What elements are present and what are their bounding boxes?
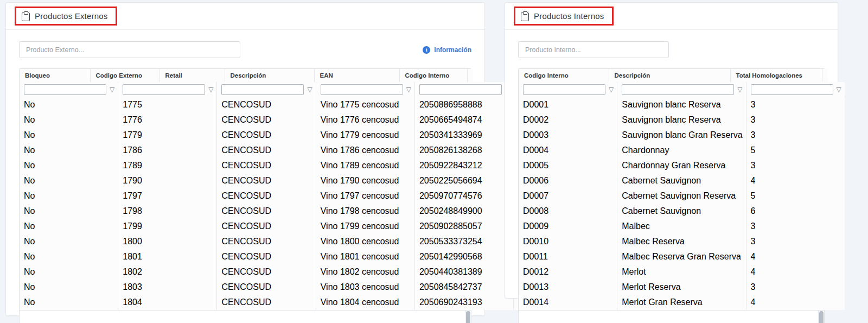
filter-funnel-icon[interactable]	[110, 86, 114, 93]
info-circle-icon	[423, 46, 430, 54]
table-cell: Vino 1798 cencosud	[316, 204, 414, 219]
table-row[interactable]: D0012Merlot4	[519, 264, 845, 280]
table-cell: No	[20, 295, 118, 310]
column-filter-input[interactable]	[321, 84, 403, 95]
table-row[interactable]: D0013Merlot Reserva3	[519, 280, 845, 295]
table-cell: 3	[746, 219, 845, 234]
table-row[interactable]: D0005Chardonnay Gran Reserva3	[519, 158, 845, 173]
column-header[interactable]: EAN	[314, 69, 399, 82]
table-row[interactable]: D0008Cabernet Sauvignon6	[519, 204, 845, 219]
table-cell: D0003	[519, 128, 617, 143]
column-header[interactable]: Bloqueo	[20, 69, 90, 82]
table-cell: 3	[746, 158, 845, 173]
table-cell: 2050665494874	[414, 112, 513, 128]
table-cell: 3	[746, 112, 845, 128]
table-cell: 6	[746, 204, 845, 219]
table-cell: 1789	[118, 158, 217, 173]
table-row[interactable]: D0011Malbec Reserva Gran Reserva4	[519, 249, 845, 264]
filter-funnel-icon[interactable]	[208, 86, 213, 93]
vertical-scrollbar[interactable]	[818, 311, 824, 323]
column-filter-input[interactable]	[523, 84, 605, 95]
column-filter-input[interactable]	[751, 84, 833, 95]
table-body-scroll-area[interactable]	[519, 310, 824, 323]
table-cell: 1797	[118, 188, 217, 204]
table-row[interactable]: D0002Sauvignon blanc Reserva3	[519, 112, 845, 128]
informacion-label: Información	[434, 46, 471, 54]
table-row[interactable]: D0004Chardonnay5	[519, 143, 845, 158]
scrollbar-thumb[interactable]	[819, 311, 824, 323]
column-header[interactable]: Codigo Externo	[90, 69, 159, 82]
column-filter-input[interactable]	[622, 84, 734, 95]
table-cell: No	[20, 234, 118, 249]
producto-externo-search-input[interactable]	[19, 41, 240, 58]
table-cell: CENCOSUD	[217, 219, 316, 234]
table-row[interactable]: D0014Merlot Gran Reserva4	[519, 295, 845, 310]
column-header[interactable]: Descripción	[225, 69, 314, 82]
filter-funnel-icon[interactable]	[837, 86, 841, 93]
table-cell: Vino 1789 cencosud	[316, 158, 414, 173]
table-row[interactable]: D0003Sauvignon blanc Gran Reserva3	[519, 128, 845, 143]
table-cell: 5	[746, 143, 845, 158]
column-filter-input[interactable]	[123, 84, 205, 95]
table-cell: Vino 1786 cencosud	[316, 143, 414, 158]
producto-interno-search-input[interactable]	[518, 41, 669, 58]
table-cell: 3	[746, 234, 845, 249]
table-header: BloqueoCodigo ExternoRetailDescripciónEA…	[20, 69, 473, 82]
table-cell: Merlot	[617, 264, 746, 280]
table-cell: No	[20, 188, 118, 204]
filter-funnel-icon[interactable]	[307, 86, 312, 93]
table-cell: D0002	[519, 112, 617, 128]
table-body-scroll-area[interactable]	[20, 310, 471, 323]
table-cell: 2050341333969	[414, 128, 513, 143]
table-cell: 1802	[118, 264, 217, 280]
column-header[interactable]: Codigo Interno	[399, 69, 467, 82]
table-cell: Malbec Reserva	[617, 234, 746, 249]
table-cell: No	[20, 112, 118, 128]
column-filter-input[interactable]	[419, 84, 502, 95]
filter-funnel-icon[interactable]	[609, 86, 614, 93]
table-cell: Vino 1790 cencosud	[316, 173, 414, 188]
table-row[interactable]: D0009Malbec3	[519, 219, 845, 234]
table-cell: D0004	[519, 143, 617, 158]
table-row[interactable]: D0007Cabernet Sauvignon Reserva5	[519, 188, 845, 204]
table-cell: 1776	[118, 112, 217, 128]
column-header[interactable]: Retail	[159, 69, 225, 82]
table-cell: Cabernet Sauvignon	[617, 204, 746, 219]
table-row[interactable]: D0001Sauvignon blanc Reserva3	[519, 97, 845, 112]
filter-cell	[118, 82, 217, 97]
table-cell: CENCOSUD	[217, 188, 316, 204]
table-cell: 1798	[118, 204, 217, 219]
column-header[interactable]: Descripción	[609, 69, 730, 82]
table-cell: 4	[746, 173, 845, 188]
table-cell: Malbec Reserva Gran Reserva	[617, 249, 746, 264]
table-cell: 1775	[118, 97, 217, 112]
scrollbar-thumb[interactable]	[466, 311, 470, 323]
table-cell: CENCOSUD	[217, 158, 316, 173]
vertical-scrollbar[interactable]	[465, 311, 471, 323]
column-header[interactable]: Total Homologaciones	[730, 69, 822, 82]
table-row[interactable]: D0010Malbec Reserva3	[519, 234, 845, 249]
table-cell: D0012	[519, 264, 617, 280]
table-cell: Vino 1776 cencosud	[316, 112, 414, 128]
table-cell: 3	[746, 128, 845, 143]
column-header[interactable]: Codigo Interno	[519, 69, 609, 82]
column-filter-input[interactable]	[24, 84, 106, 95]
table-cell: 1786	[118, 143, 217, 158]
table-row[interactable]: D0006Cabernet Sauvignon4	[519, 173, 845, 188]
informacion-link[interactable]: Información	[423, 46, 471, 54]
table-cell: 1800	[118, 234, 217, 249]
table-cell: D0007	[519, 188, 617, 204]
table-cell: Sauvignon blanc Reserva	[617, 112, 746, 128]
table-cell: 2050248849900	[414, 204, 513, 219]
filter-funnel-icon[interactable]	[406, 86, 411, 93]
header-row: Codigo InternoDescripciónTotal Homologac…	[519, 69, 828, 82]
column-filter-input[interactable]	[221, 84, 304, 95]
table-cell: No	[20, 97, 118, 112]
table-cell: Merlot Gran Reserva	[617, 295, 746, 310]
filter-funnel-icon[interactable]	[737, 86, 742, 93]
table-cell: Chardonnay	[617, 143, 746, 158]
table-cell: No	[20, 219, 118, 234]
scrollbar-spacer	[822, 69, 828, 82]
table-cell: D0008	[519, 204, 617, 219]
productos-internos-panel: Productos Internos Codigo InternoDescrip…	[505, 2, 838, 299]
